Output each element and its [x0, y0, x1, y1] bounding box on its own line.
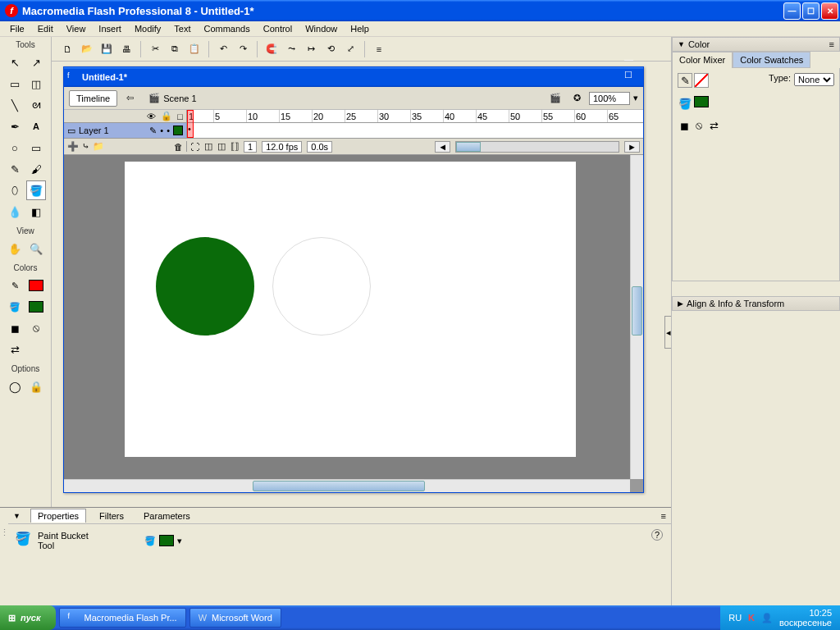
ink-bottle-tool[interactable]: ⬯ [5, 180, 25, 200]
edit-scene-button[interactable]: 🎬 [546, 89, 564, 107]
timeline-scroll-left[interactable]: ◄ [435, 141, 450, 153]
stage[interactable] [125, 162, 576, 457]
cut-button[interactable]: ✂ [146, 40, 164, 58]
zoom-dropdown-icon[interactable]: ▾ [633, 93, 638, 103]
open-file-button[interactable]: 📂 [78, 40, 96, 58]
stroke-swatch[interactable] [26, 276, 46, 295]
timeline-layer[interactable]: ▭ Layer 1 ✎ • • [64, 123, 643, 138]
timeline-hscroll[interactable] [455, 141, 619, 153]
mixer-swap-colors[interactable]: ⇄ [707, 119, 720, 132]
layer-lock-dot[interactable]: • [167, 126, 170, 135]
oval-tool[interactable]: ○ [5, 138, 25, 158]
document-titlebar[interactable]: f Untitled-1* — ☐ ✕ [64, 67, 643, 87]
color-mixer-tab[interactable]: Color Mixer [672, 52, 733, 68]
parameters-tab[interactable]: Parameters [137, 509, 197, 523]
selection-tool[interactable]: ↖ [5, 52, 25, 72]
menu-commands[interactable]: Commands [197, 22, 256, 35]
pen-tool[interactable]: ✒ [5, 116, 25, 136]
menu-text[interactable]: Text [167, 22, 197, 35]
copy-button[interactable]: ⧉ [166, 40, 184, 58]
right-panel-toggle[interactable]: ◂ [664, 316, 671, 349]
props-fill-dropdown-icon[interactable]: ▾ [177, 536, 182, 546]
close-button[interactable]: ✕ [821, 2, 838, 20]
menu-edit[interactable]: Edit [31, 22, 60, 35]
stage-hscrollbar[interactable] [64, 479, 630, 492]
timeline-ruler[interactable]: 1 5 10 15 20 25 30 35 40 45 50 55 60 65 [187, 110, 643, 122]
help-button[interactable]: ? [651, 529, 663, 541]
color-panel-header[interactable]: ▼ Color ≡ [672, 37, 840, 52]
maximize-button[interactable]: ☐ [802, 2, 819, 20]
doc-maximize-button[interactable]: ☐ [624, 70, 640, 85]
gap-size-option[interactable]: ◯ [5, 377, 25, 396]
eyedropper-tool[interactable]: 💧 [5, 202, 25, 221]
menu-insert[interactable]: Insert [92, 22, 128, 35]
save-file-button[interactable]: 💾 [98, 40, 116, 58]
fill-type-select[interactable]: None [794, 73, 834, 86]
menu-file[interactable]: File [3, 22, 31, 35]
language-indicator[interactable]: RU [728, 613, 742, 623]
insert-layer-button[interactable]: ➕ [67, 141, 79, 152]
system-tray[interactable]: RU K 👤 10:25 воскресенье [720, 605, 840, 630]
layer-name-label[interactable]: Layer 1 [79, 126, 109, 135]
layer-visible-dot[interactable]: • [160, 126, 163, 135]
menu-window[interactable]: Window [299, 22, 344, 35]
rectangle-tool[interactable]: ▭ [26, 138, 46, 158]
scale-button[interactable]: ⤢ [341, 40, 359, 58]
timeline-scroll-right[interactable]: ► [624, 141, 640, 153]
zoom-input[interactable] [589, 92, 630, 105]
insert-motion-guide-button[interactable]: ⤷ [82, 141, 89, 152]
smooth-button[interactable]: ⤳ [282, 40, 300, 58]
lock-icon[interactable]: 🔒 [161, 111, 172, 121]
edit-frames-button[interactable]: ⟦⟧ [231, 141, 239, 152]
show-hide-icon[interactable]: 👁 [147, 112, 156, 121]
keyframe-1[interactable] [187, 123, 194, 138]
fill-color[interactable]: 🪣 [5, 297, 25, 317]
stage-vscrollbar[interactable] [630, 155, 643, 479]
line-tool[interactable]: ╲ [5, 95, 25, 115]
mixer-stroke-color[interactable]: ✎ [678, 73, 692, 88]
swap-colors[interactable]: ⇄ [5, 340, 25, 359]
rotate-button[interactable]: ⟲ [322, 40, 340, 58]
properties-tab[interactable]: Properties [30, 509, 86, 523]
fill-swatch[interactable] [26, 297, 46, 317]
outline-circle-shape[interactable] [272, 237, 371, 336]
menu-view[interactable]: View [60, 22, 93, 35]
menu-modify[interactable]: Modify [128, 22, 167, 35]
minimize-button[interactable]: — [783, 2, 801, 20]
timeline-toggle-button[interactable]: Timeline [69, 90, 117, 107]
menu-help[interactable]: Help [344, 22, 376, 35]
menu-control[interactable]: Control [257, 22, 299, 35]
insert-folder-button[interactable]: 📁 [93, 141, 104, 152]
hand-tool[interactable]: ✋ [5, 239, 25, 258]
print-button[interactable]: 🖶 [117, 40, 135, 58]
taskbar-item-word[interactable]: W Microsoft Word [189, 608, 281, 628]
stroke-color[interactable]: ✎ [5, 276, 25, 295]
lasso-tool[interactable]: ᘛ [26, 95, 46, 115]
mixer-default-colors[interactable]: ◼ [678, 119, 691, 132]
tray-network-icon[interactable]: 👤 [761, 613, 773, 623]
edit-symbol-button[interactable]: ✪ [568, 89, 586, 107]
color-swatches-tab[interactable]: Color Swatches [733, 52, 810, 68]
mixer-fill-swatch[interactable] [694, 96, 709, 107]
gradient-transform-tool[interactable]: ◫ [26, 74, 46, 94]
zoom-tool[interactable]: 🔍 [26, 239, 46, 258]
doc-minimize-button[interactable]: — [624, 54, 640, 70]
pencil-tool[interactable]: ✎ [5, 159, 25, 179]
mixer-no-color[interactable]: ⦸ [692, 119, 705, 132]
onion-skin-button[interactable]: ◫ [204, 141, 212, 152]
no-color[interactable]: ⦸ [26, 318, 46, 338]
default-colors[interactable]: ◼ [5, 318, 25, 338]
paste-button[interactable]: 📋 [185, 40, 203, 58]
start-button[interactable]: ⊞ пуск [0, 605, 56, 630]
onion-outline-button[interactable]: ◫ [217, 141, 226, 152]
eraser-tool[interactable]: ◧ [26, 202, 46, 221]
new-file-button[interactable]: 🗋 [58, 40, 76, 58]
outline-icon[interactable]: □ [177, 112, 183, 121]
snap-button[interactable]: 🧲 [262, 40, 281, 58]
mixer-no-stroke[interactable] [694, 73, 709, 88]
text-tool[interactable]: A [26, 116, 46, 136]
redo-button[interactable]: ↷ [234, 40, 252, 58]
layer-frames[interactable] [187, 123, 643, 138]
mixer-fill-icon[interactable]: 🪣 [678, 96, 692, 111]
panel-menu-icon[interactable]: ≡ [829, 39, 834, 49]
